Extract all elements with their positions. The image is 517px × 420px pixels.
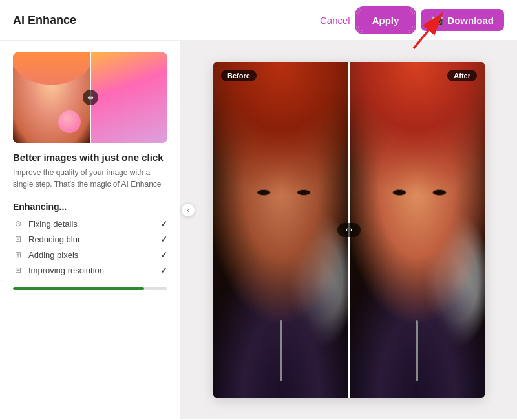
preview-image-inner: ⇔ xyxy=(13,52,167,143)
header-actions: Cancel Apply 📷 Download xyxy=(320,9,504,31)
preview-before-side xyxy=(13,52,90,143)
preview-image: ⇔ xyxy=(13,52,167,143)
improving-resolution-check: ✓ xyxy=(160,266,167,275)
collapse-panel-button[interactable]: ‹ xyxy=(181,203,195,217)
handle-arrow-right: › xyxy=(350,226,352,233)
after-label: After xyxy=(447,70,477,81)
progress-bar-background xyxy=(13,287,167,290)
comparison-container: Before After xyxy=(213,62,485,398)
improving-resolution-label: Improving resolution xyxy=(28,266,104,275)
improving-resolution-icon: ⊟ xyxy=(13,265,23,275)
fixing-details-icon: ⊙ xyxy=(13,218,23,229)
progress-bar-fill xyxy=(13,287,144,290)
before-person-bg xyxy=(213,62,349,398)
jacket-zipper-before xyxy=(280,320,282,381)
right-panel: Before After xyxy=(181,41,517,419)
left-panel: ⇔ Better images with just one click Impr… xyxy=(0,41,181,419)
adding-pixels-check: ✓ xyxy=(160,250,167,260)
split-arrows: ⇔ xyxy=(87,93,94,102)
header: AI Enhance Cancel Apply 📷 Download xyxy=(0,0,517,41)
fixing-details-check: ✓ xyxy=(160,219,167,229)
reducing-blur-check: ✓ xyxy=(160,235,167,244)
apply-button[interactable]: Apply xyxy=(358,10,414,31)
left-eye-after xyxy=(392,189,406,196)
enhancement-item-pixels: ⊞ Adding pixels ✓ xyxy=(13,249,167,260)
enhancement-item-fixing: ⊙ Fixing details ✓ xyxy=(13,218,167,229)
preview-after-side xyxy=(90,52,168,143)
cancel-button[interactable]: Cancel xyxy=(320,15,350,26)
enhancement-item-resolution: ⊟ Improving resolution ✓ xyxy=(13,265,167,275)
handle-arrow-left: ‹ xyxy=(346,226,348,233)
before-image xyxy=(213,62,349,398)
after-image xyxy=(349,62,485,398)
fixing-details-label: Fixing details xyxy=(28,219,78,229)
enhancement-item-blur: ⊡ Reducing blur ✓ xyxy=(13,234,167,244)
main-layout: ⇔ Better images with just one click Impr… xyxy=(0,41,517,419)
adding-pixels-icon: ⊞ xyxy=(13,249,23,260)
reducing-blur-icon: ⊡ xyxy=(13,234,23,244)
enhancing-title: Enhancing... xyxy=(13,202,167,212)
adding-pixels-label: Adding pixels xyxy=(28,250,78,260)
jacket-zipper-after xyxy=(416,320,418,381)
girl-face xyxy=(13,52,90,143)
description-text: Improve the quality of your image with a… xyxy=(13,167,167,190)
preview-split-icon: ⇔ xyxy=(83,90,98,105)
download-button[interactable]: 📷 Download xyxy=(421,9,504,31)
after-person-bg xyxy=(349,62,485,398)
comparison-handle[interactable]: ‹ › xyxy=(337,223,361,237)
right-eye-after xyxy=(432,189,447,196)
description-title: Better images with just one click xyxy=(13,152,167,163)
reducing-blur-label: Reducing blur xyxy=(28,235,80,244)
progress-bar-container xyxy=(13,287,167,290)
hair-overlay xyxy=(13,52,90,107)
before-label: Before xyxy=(221,70,257,81)
left-eye-before xyxy=(257,189,271,196)
page-title: AI Enhance xyxy=(13,14,76,27)
download-label: Download xyxy=(447,15,494,26)
bubble-gum xyxy=(58,110,81,133)
right-eye-before xyxy=(297,189,311,196)
download-icon: 📷 xyxy=(431,14,443,26)
collapse-arrow-icon: ‹ xyxy=(187,206,189,214)
